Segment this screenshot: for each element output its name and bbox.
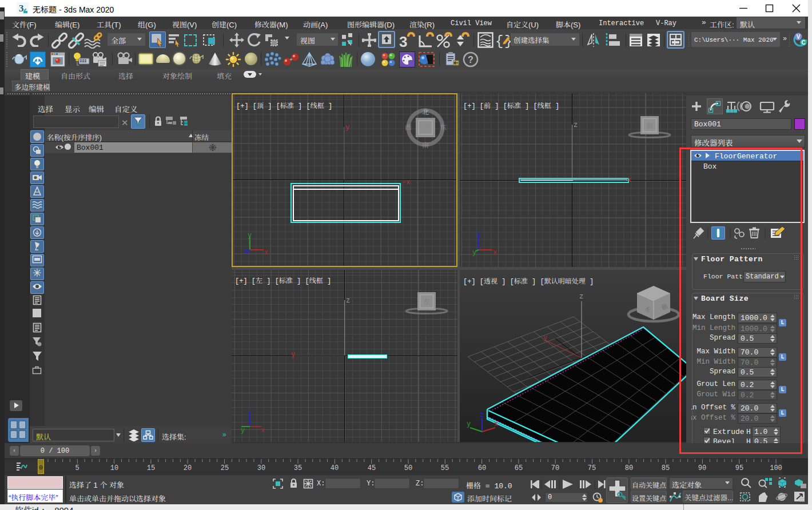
svg-text:z: z xyxy=(248,408,252,416)
svg-text:x: x xyxy=(261,427,265,434)
svg-text:3: 3 xyxy=(19,3,24,14)
svg-text:V: V xyxy=(797,34,801,40)
svg-text:y: y xyxy=(543,334,547,342)
svg-text:西: 西 xyxy=(405,122,412,132)
svg-text:左: 左 xyxy=(423,296,430,306)
svg-text:顶: 顶 xyxy=(423,122,429,132)
svg-text:{: { xyxy=(495,34,503,48)
svg-text:z: z xyxy=(244,248,248,256)
svg-text:z: z xyxy=(579,293,583,301)
svg-text:x: x xyxy=(493,249,497,257)
svg-text:z: z xyxy=(480,411,484,419)
svg-text:z: z xyxy=(476,232,480,240)
svg-text:y: y xyxy=(241,427,245,434)
svg-text:y: y xyxy=(467,420,471,428)
svg-text:y: y xyxy=(248,232,252,240)
svg-text:北: 北 xyxy=(422,106,429,116)
svg-text:y: y xyxy=(472,249,476,257)
svg-text:南: 南 xyxy=(422,140,429,149)
svg-text:x: x xyxy=(494,420,498,428)
svg-text:x: x xyxy=(264,249,268,257)
svg-text:3: 3 xyxy=(399,33,407,49)
svg-text:东: 东 xyxy=(440,122,447,132)
svg-text:前: 前 xyxy=(646,120,653,130)
svg-text:?: ? xyxy=(468,55,473,65)
svg-text:C: C xyxy=(801,39,805,46)
